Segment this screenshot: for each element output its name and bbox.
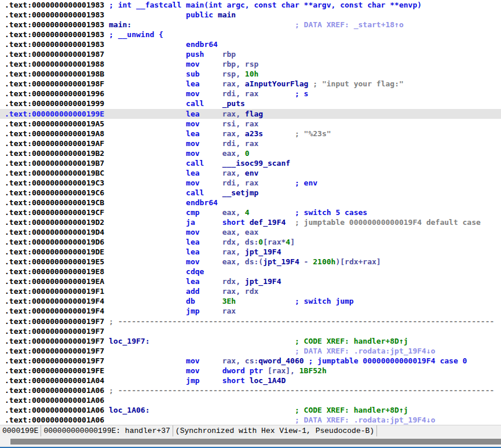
symbol-name[interactable]: _puts	[222, 99, 245, 108]
listing-line[interactable]: .text:00000000000019B2 mov eax, 0	[0, 148, 501, 158]
data-xref[interactable]: ; DATA XREF: .rodata:jpt_19F4↓o	[295, 347, 436, 355]
listing-line[interactable]: .text:00000000000019BC lea rax, env	[0, 168, 501, 178]
listing-line[interactable]: .text:00000000000019F7 loc_19F7: ; CODE …	[0, 336, 501, 346]
symbol-name[interactable]: jpt_19F4	[245, 247, 281, 256]
address: .text:0000000000001A06	[5, 406, 104, 414]
listing-line[interactable]: .text:00000000000019D4 mov eax, eax	[0, 227, 501, 237]
spacer	[104, 416, 295, 424]
symbol-name[interactable]: aInputYourFlag	[245, 79, 309, 88]
listing-line[interactable]: .text:00000000000019CF cmp eax, 4 ; swit…	[0, 207, 501, 217]
spacer	[286, 218, 295, 227]
operand: rbp	[222, 50, 236, 59]
mnemonic: mov	[186, 119, 199, 128]
comment: ; s	[295, 89, 308, 98]
mnemonic: call	[186, 99, 204, 108]
spacer	[104, 70, 186, 78]
listing-line[interactable]: .text:0000000000001A06	[0, 395, 501, 405]
listing-line[interactable]: .text:0000000000001A06 ; ---------------…	[0, 385, 501, 395]
listing-line[interactable]: .text:0000000000001983 ; int __fastcall …	[0, 0, 501, 10]
listing-line[interactable]: .text:00000000000019F4 jmp rax	[0, 306, 501, 316]
listing-line[interactable]: .text:00000000000019E8 cdqe	[0, 267, 501, 276]
scrollbar-thumb[interactable]	[10, 439, 501, 445]
listing-line[interactable]: .text:0000000000001A06 loc_1A06: ; CODE …	[0, 405, 501, 415]
mnemonic: lea	[186, 247, 199, 256]
listing-line[interactable]: .text:0000000000001983 public main	[0, 10, 501, 20]
symbol-name[interactable]: loc_19F7:	[109, 337, 149, 345]
listing-line[interactable]: .text:00000000000019A8 lea rax, a23s ; "…	[0, 129, 501, 139]
symbol-name[interactable]: jpt_19F4	[245, 277, 281, 286]
symbol-name[interactable]: def_19F4	[250, 218, 286, 227]
ida-disassembly-view: .text:0000000000001983 ; int __fastcall …	[0, 0, 501, 448]
mnemonic: mov	[186, 257, 199, 266]
listing-line[interactable]: .text:00000000000019F4 db 3Eh ; switch j…	[0, 296, 501, 306]
listing-line[interactable]: .text:00000000000019E5 mov eax, ds:(jpt_…	[0, 257, 501, 267]
listing-line[interactable]: .text:00000000000019F7 ; DATA XREF: .rod…	[0, 346, 501, 356]
symbol-name[interactable]: qword_4060	[258, 356, 303, 365]
address: .text:00000000000019FE	[5, 366, 104, 375]
disassembly-listing[interactable]: .text:0000000000001983 ; int __fastcall …	[0, 0, 501, 425]
symbol-name[interactable]: loc_1A06:	[109, 406, 149, 414]
address: .text:00000000000019F1	[5, 287, 104, 296]
listing-line[interactable]: .text:0000000000001A06 ; DATA XREF: .rod…	[0, 415, 501, 425]
listing-line[interactable]: .text:00000000000019DE lea rax, jpt_19F4	[0, 247, 501, 257]
listing-line[interactable]: .text:0000000000001996 mov rdi, rax ; s	[0, 89, 501, 99]
listing-line[interactable]: .text:00000000000019D2 ja short def_19F4…	[0, 217, 501, 227]
address: .text:0000000000001983	[5, 40, 104, 49]
symbol-name[interactable]: env	[245, 169, 258, 177]
code-xref[interactable]: ; CODE XREF: handler+8D↑j	[295, 337, 408, 345]
auto-comment: ; --------------------------------------…	[104, 386, 494, 395]
listing-line[interactable]: .text:0000000000001A04 jmp short loc_1A4…	[0, 376, 501, 385]
listing-line[interactable]: .text:00000000000019C3 mov rdi, rax ; en…	[0, 178, 501, 188]
listing-line[interactable]: .text:00000000000019FE mov dword ptr [ra…	[0, 366, 501, 376]
spacer	[200, 208, 222, 217]
listing-line[interactable]: .text:000000000000198F lea rax, aInputYo…	[0, 79, 501, 89]
horizontal-scrollbar[interactable]	[0, 436, 501, 447]
code-xref[interactable]: ; CODE XREF: handler+8D↑j	[295, 406, 408, 414]
mnemonic: push	[186, 50, 204, 59]
listing-line[interactable]: .text:0000000000001983 main: ; DATA XREF…	[0, 20, 501, 30]
listing-line[interactable]: .text:0000000000001988 mov rbp, rsp	[0, 59, 501, 69]
symbol-name[interactable]: ___isoc99_scanf	[222, 159, 290, 167]
listing-line[interactable]: .text:00000000000019B7 call ___isoc99_sc…	[0, 158, 501, 168]
listing-line[interactable]: .text:00000000000019F1 add rax, rdx	[0, 286, 501, 296]
symbol-name[interactable]: flag	[245, 110, 263, 118]
mnemonic: endbr64	[186, 198, 218, 207]
spacer	[104, 218, 186, 227]
listing-line[interactable]: .text:00000000000019AF mov rdi, rax	[0, 139, 501, 148]
spacer	[104, 257, 186, 266]
symbol-name[interactable]: loc_1A4D	[250, 376, 286, 385]
spacer	[200, 60, 222, 68]
listing-line[interactable]: .text:0000000000001983 ; __unwind {	[0, 30, 501, 39]
address: .text:00000000000019C3	[5, 179, 104, 187]
listing-line[interactable]: .text:00000000000019EA lea rdx, jpt_19F4	[0, 276, 501, 286]
mnemonic: mov	[186, 356, 199, 365]
symbol-name[interactable]: a23s	[245, 129, 263, 138]
address: .text:00000000000019CB	[5, 198, 104, 207]
listing-line[interactable]: .text:00000000000019CB endbr64	[0, 198, 501, 207]
listing-line[interactable]: .text:00000000000019F7 mov rax, cs:qword…	[0, 356, 501, 366]
listing-line[interactable]: .text:00000000000019A5 mov rsi, rax	[0, 119, 501, 129]
symbol-name[interactable]: __setjmp	[222, 188, 259, 197]
address: .text:0000000000001983	[5, 10, 104, 19]
listing-line-current[interactable]: .text:000000000000199E lea rax, flag	[0, 109, 501, 119]
listing-line[interactable]: .text:00000000000019F7 ; ---------------…	[0, 316, 501, 326]
listing-line[interactable]: .text:00000000000019F7	[0, 326, 501, 336]
symbol-name[interactable]: main	[218, 10, 236, 19]
data-xref[interactable]: ; DATA XREF: _start+18↑o	[295, 20, 404, 29]
spacer	[104, 60, 186, 68]
listing-line[interactable]: .text:0000000000001987 push rbp	[0, 49, 501, 59]
mnemonic: lea	[186, 238, 199, 246]
number-literal: 0	[258, 238, 263, 246]
data-xref[interactable]: ; DATA XREF: .rodata:jpt_19F4↓o	[295, 416, 436, 424]
symbol-name[interactable]: main:	[109, 20, 131, 29]
listing-line[interactable]: .text:000000000000198B sub rsp, 10h	[0, 69, 501, 79]
listing-line[interactable]: .text:0000000000001983 endbr64	[0, 39, 501, 49]
spacer	[104, 110, 186, 118]
symbol-name[interactable]: jpt_19F4	[263, 257, 299, 266]
listing-line[interactable]: .text:0000000000001999 call _puts	[0, 99, 501, 108]
operand: rax,	[222, 169, 245, 177]
listing-line[interactable]: .text:00000000000019D6 lea rdx, ds:0[rax…	[0, 237, 501, 247]
listing-line[interactable]: .text:00000000000019C6 call __setjmp	[0, 188, 501, 198]
spacer	[263, 129, 295, 138]
spacer	[104, 406, 109, 414]
